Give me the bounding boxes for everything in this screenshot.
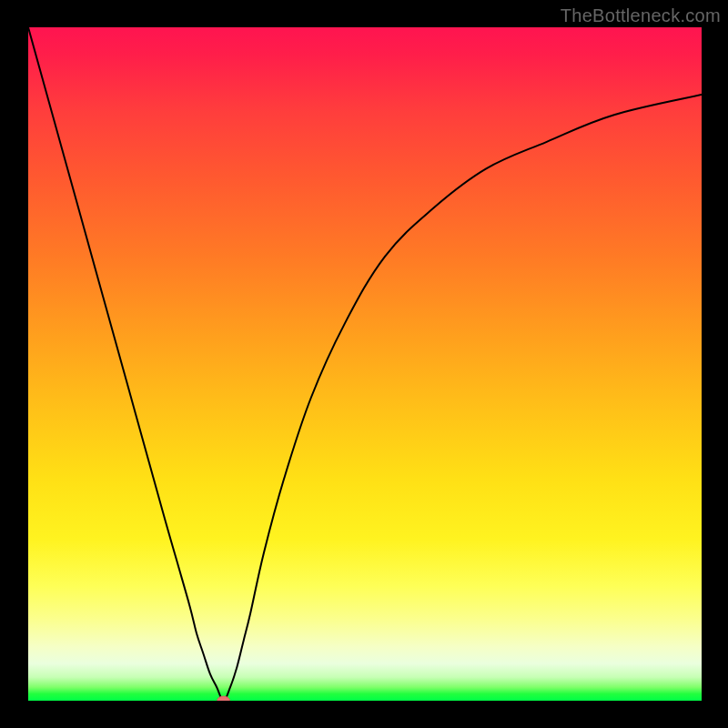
optimum-marker (217, 696, 230, 701)
bottleneck-curve (28, 27, 702, 701)
chart-canvas: TheBottleneck.com (0, 0, 728, 728)
watermark-text: TheBottleneck.com (561, 5, 721, 26)
curve-layer (28, 27, 702, 701)
plot-area (28, 27, 702, 701)
